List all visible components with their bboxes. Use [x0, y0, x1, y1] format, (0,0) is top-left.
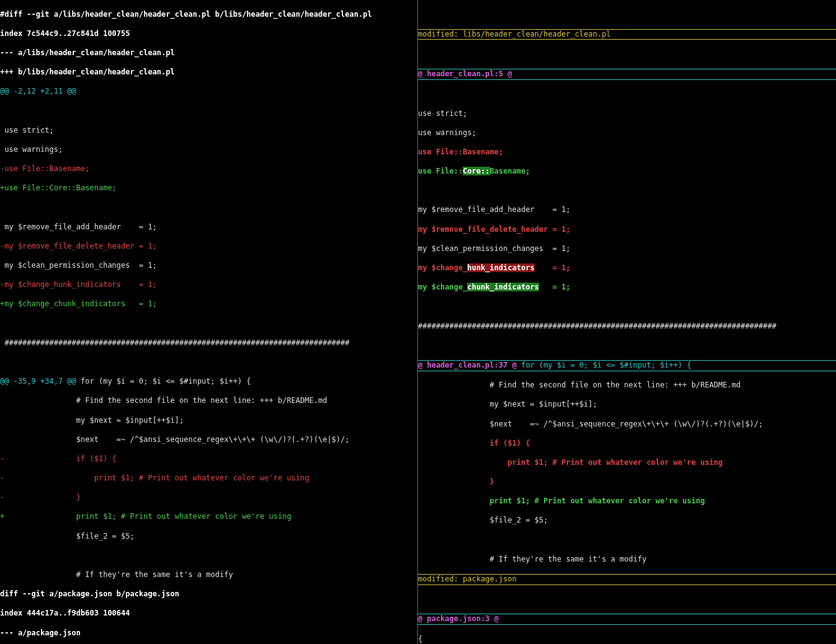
index-line: index 7c544c9..27c841d 100755	[0, 29, 417, 39]
ctx-line: # Find the second file on the next line:…	[418, 381, 836, 390]
added-line: + print $1; # Print out whatever color w…	[0, 512, 417, 522]
ctx-line: # Find the second file on the next line:…	[0, 396, 417, 406]
deleted-line: my $change_hunk_indicators = 1;	[418, 263, 836, 273]
ctx-line: use warnings;	[418, 128, 836, 138]
ctx-line: ########################################…	[418, 322, 836, 332]
blank-line	[418, 302, 836, 312]
old-file-line: --- a/libs/header_clean/header_clean.pl	[0, 48, 417, 58]
blank-line	[418, 594, 836, 604]
ctx-line: my $remove_file_add_header = 1;	[0, 223, 417, 232]
blank-line	[418, 186, 836, 196]
deleted-line: my $remove_file_delete_header = 1;	[418, 225, 836, 235]
hunk-header: @@ -2,12 +2,11 @@	[0, 87, 417, 97]
deleted-line: - }	[0, 493, 417, 503]
ctx-line	[0, 551, 417, 561]
deleted-line: if ($1) {	[418, 439, 836, 449]
added-line: my $change_chunk_indicators = 1;	[418, 283, 836, 293]
ctx-line: ########################################…	[0, 338, 417, 348]
added-line: +use File::Core::Basename;	[0, 183, 417, 193]
added-line: print $1; # Print out whatever color we'…	[418, 496, 836, 506]
ctx-line	[0, 203, 417, 213]
blank-line	[418, 536, 836, 545]
blank-line	[418, 89, 836, 99]
ctx-line	[0, 358, 417, 368]
ctx-line: $next =~ /^$ansi_sequence_regex\+\+\+ (\…	[418, 420, 836, 430]
left-diff-pane: #diff --git a/libs/header_clean/header_c…	[0, 0, 418, 644]
deleted-line: print $1; # Print out whatever color we'…	[418, 458, 836, 468]
hunk-header: @ header_clean.pl:37 @ for (my $i = 0; $…	[418, 360, 836, 371]
ctx-line: my $clean_permission_changes = 1;	[0, 261, 417, 271]
deleted-line: -my $remove_file_delete_header = 1;	[0, 242, 417, 252]
index-line: index 444c17a..f9db603 100644	[0, 609, 417, 619]
ctx-line: $file_2 = $5;	[0, 532, 417, 542]
deleted-line: - print $1; # Print out whatever color w…	[0, 474, 417, 483]
ctx-line: use strict;	[0, 126, 417, 136]
ctx-line: $file_2 = $5;	[418, 516, 836, 526]
added-line: use File::Core::Basename;	[418, 167, 836, 177]
new-file-line: +++ b/libs/header_clean/header_clean.pl	[0, 68, 417, 77]
ctx-line	[0, 319, 417, 329]
ctx-line	[0, 107, 417, 117]
ctx-line: use strict;	[418, 109, 836, 119]
deleted-line: -use File::Basename;	[0, 164, 417, 174]
diff-file-header: #diff --git a/libs/header_clean/header_c…	[0, 10, 417, 20]
right-diff-pane: modified: libs/header_clean/header_clean…	[418, 0, 836, 644]
blank-line	[418, 10, 836, 20]
diff-file-header: diff --git a/package.json b/package.json	[0, 589, 417, 599]
deleted-line: - if ($1) {	[0, 454, 417, 464]
ctx-line: my $next = $input[++$i];	[418, 400, 836, 410]
ctx-line: my $remove_file_add_header = 1;	[418, 205, 836, 215]
old-file-line: --- a/package.json	[0, 629, 417, 638]
blank-line	[418, 341, 836, 351]
blank-line	[418, 50, 836, 60]
deleted-line: -my $change_hunk_indicators = 1;	[0, 280, 417, 290]
file-header-modified: modified: package.json	[418, 574, 836, 585]
deleted-line: use File::Basename;	[418, 148, 836, 157]
added-line: +my $change_chunk_indicators = 1;	[0, 299, 417, 309]
deleted-line: }	[418, 477, 836, 487]
hunk-header: @ package.json:3 @	[418, 614, 836, 625]
hunk-header: @ header_clean.pl:5 @	[418, 69, 836, 80]
file-header-modified: modified: libs/header_clean/header_clean…	[418, 29, 836, 40]
hunk-line: @@ -35,9 +34,7 @@ for (my $i = 0; $i <= …	[0, 377, 417, 387]
ctx-line: my $next = $input[++$i];	[0, 416, 417, 426]
ctx-line: use warnings;	[0, 145, 417, 155]
ctx-line: # If they're the same it's a modify	[0, 570, 417, 580]
ctx-line: # If they're the same it's a modify	[418, 555, 836, 565]
ctx-line: $next =~ /^$ansi_sequence_regex\+\+\+ (\…	[0, 435, 417, 445]
ctx-line: my $clean_permission_changes = 1;	[418, 244, 836, 254]
ctx-line: {	[418, 635, 836, 644]
